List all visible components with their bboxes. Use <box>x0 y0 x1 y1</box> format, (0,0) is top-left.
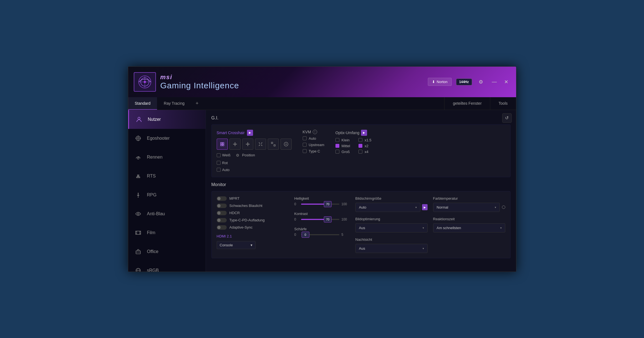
color-option-weiss[interactable]: Weiß <box>217 153 231 157</box>
optix-option-mittel[interactable]: Mittel <box>335 144 350 148</box>
color-option-auto[interactable]: Auto <box>217 168 230 172</box>
tab-tools[interactable]: Tools <box>490 97 516 110</box>
toggle-adaptive-sync[interactable]: Adaptive-Sync <box>217 225 289 230</box>
svg-rect-30 <box>140 233 140 234</box>
toggle-schwaches-blaulicht-switch[interactable] <box>217 204 227 208</box>
farbtemperatur-dot[interactable] <box>502 206 505 209</box>
crosshair-icon-4[interactable] <box>268 139 279 150</box>
sidebar-item-anti-blau[interactable]: Anti-Blau <box>128 204 206 223</box>
toggle-schwaches-blaulicht[interactable]: Schwaches Blaulicht <box>217 204 289 208</box>
crosshair-icon-0[interactable] <box>217 139 228 150</box>
optix-play-button[interactable]: ▶ <box>361 130 367 136</box>
optix-option-x4[interactable]: x4 <box>358 150 373 154</box>
sidebar-item-rts[interactable]: RTS <box>128 167 206 186</box>
toggle-typec-pd-switch[interactable] <box>217 218 227 222</box>
optix-option-klein[interactable]: Klein <box>335 138 350 142</box>
crosshair-icon-3[interactable] <box>255 139 266 150</box>
nachtsicht-dropdown[interactable]: Aus ▾ <box>355 244 428 253</box>
toggle-hdcr[interactable]: HDCR <box>217 211 289 215</box>
crosshair-icon-5[interactable] <box>281 139 292 150</box>
sidebar-item-nutzer[interactable]: Nutzer <box>128 110 206 129</box>
sidebar-item-label-nutzer: Nutzer <box>148 117 161 122</box>
sidebar-item-egoshooter[interactable]: Egoshooter <box>128 129 206 148</box>
norton-button[interactable]: ⬇ Norton <box>428 78 452 86</box>
tab-geteiltes-fenster[interactable]: geteiltes Fenster <box>444 97 490 110</box>
svg-rect-52 <box>271 142 273 144</box>
sidebar-item-rpg[interactable]: RPG <box>128 186 206 204</box>
minimize-button[interactable]: — <box>490 78 499 86</box>
crosshair-icon-1[interactable] <box>229 139 241 150</box>
sidebar-item-film[interactable]: Film <box>128 223 206 242</box>
reaktionszeit-label: Reaktionszeit <box>433 217 505 221</box>
optix-option-gross[interactable]: Groß <box>335 150 350 154</box>
helligkeit-track[interactable]: 70 <box>301 204 339 205</box>
app-window: msi Gaming Intelligence ⬇ Norton 144Hz ⚙… <box>128 66 516 272</box>
toggle-typec-pd[interactable]: Type-C-PD-Aufladung <box>217 218 289 222</box>
gi-row: Smart Crosshair ▶ <box>217 130 505 172</box>
slider-helligkeit: Helligkeit 0 70 100 <box>294 196 350 206</box>
color-option-rot[interactable]: Rot <box>217 161 228 165</box>
kvm-option-upstream[interactable]: Upstream <box>303 143 324 147</box>
sidebar-item-office[interactable]: Office <box>128 242 206 261</box>
checkbox-weiss[interactable] <box>217 153 221 157</box>
schaerfe-max: 5 <box>342 233 350 237</box>
checkbox-rot[interactable] <box>217 161 221 165</box>
checkbox-optix-klein[interactable] <box>335 138 339 142</box>
tab-standard[interactable]: Standard <box>128 97 157 110</box>
kvm-option-auto[interactable]: Auto <box>303 136 324 141</box>
toggle-list: MPRT Schwaches Blaulicht HDCR Type- <box>217 196 289 253</box>
svg-line-48 <box>259 142 260 144</box>
farbtemperatur-dropdown[interactable]: Normal ▾ <box>433 203 500 212</box>
helligkeit-track-row: 0 70 100 <box>294 202 350 206</box>
download-icon: ⬇ <box>432 80 435 84</box>
reaktionszeit-dropdown[interactable]: Am schnellsten ▾ <box>433 223 505 232</box>
toggle-hdcr-switch[interactable] <box>217 211 227 215</box>
crosshair-icon-2[interactable] <box>242 139 253 150</box>
close-button[interactable]: ✕ <box>502 78 511 86</box>
checkbox-optix-mittel[interactable] <box>335 144 339 148</box>
toggle-adaptive-sync-switch[interactable] <box>217 225 227 230</box>
bildschirmgroesse-dropdown[interactable]: Auto ▾ <box>355 203 420 212</box>
svg-point-47 <box>247 144 248 145</box>
toggle-mprt[interactable]: MPRT <box>217 196 289 201</box>
refresh-button[interactable]: ↺ <box>502 113 512 123</box>
checkbox-kvm-upstream[interactable] <box>303 143 307 147</box>
bildschirmgroesse-play-button[interactable]: ▶ <box>422 204 428 210</box>
checkbox-optix-gross[interactable] <box>335 150 339 154</box>
toggle-mprt-switch[interactable] <box>217 196 227 201</box>
sidebar-item-rennen[interactable]: Rennen <box>128 148 206 167</box>
chess-icon <box>134 172 143 181</box>
farbtemperatur-label: Farbtemperatur <box>433 196 505 201</box>
position-button[interactable]: ⚙ Position <box>235 152 255 158</box>
checkbox-optix-x4[interactable] <box>358 150 362 154</box>
bildoptimierung-group: Bildoptimierung Aus ▾ <box>355 217 428 232</box>
settings-icon[interactable]: ⚙ <box>476 78 485 86</box>
svg-rect-39 <box>221 144 222 146</box>
header-logo: msi Gaming Intelligence <box>134 72 239 92</box>
smart-crosshair-play-button[interactable]: ▶ <box>247 130 253 136</box>
optix-option-x15[interactable]: x1.5 <box>358 138 373 142</box>
bildoptimierung-dropdown[interactable]: Aus ▾ <box>355 223 428 232</box>
svg-rect-38 <box>223 142 224 144</box>
tab-ray-tracing[interactable]: Ray Tracing <box>157 97 191 110</box>
svg-rect-29 <box>140 232 140 232</box>
speed-icon <box>134 153 143 162</box>
checkbox-optix-x2[interactable] <box>358 144 362 148</box>
optix-option-x2[interactable]: x2 <box>358 144 373 148</box>
checkbox-kvm-auto[interactable] <box>303 136 307 140</box>
schaerfe-track[interactable]: 0 <box>301 234 339 235</box>
gi-section: Smart Crosshair ▶ <box>211 124 511 177</box>
checkbox-kvm-typec[interactable] <box>303 149 307 153</box>
kvm-option-typec[interactable]: Type C <box>303 149 324 153</box>
hdmi-select-arrow: ▾ <box>251 243 252 247</box>
sidebar-item-srgb[interactable]: sRGB <box>128 261 206 272</box>
kontrast-track[interactable]: 70 <box>301 219 339 220</box>
hdmi-select[interactable]: Console ▾ <box>217 241 256 249</box>
sidebar-item-label-rpg: RPG <box>147 192 157 197</box>
checkbox-auto[interactable] <box>217 168 221 172</box>
svg-point-33 <box>136 268 140 272</box>
tab-add-button[interactable]: + <box>191 97 203 110</box>
kvm-info-icon[interactable]: i <box>313 130 317 134</box>
checkbox-optix-x15[interactable] <box>358 138 362 142</box>
msi-logo: msi <box>160 74 239 81</box>
